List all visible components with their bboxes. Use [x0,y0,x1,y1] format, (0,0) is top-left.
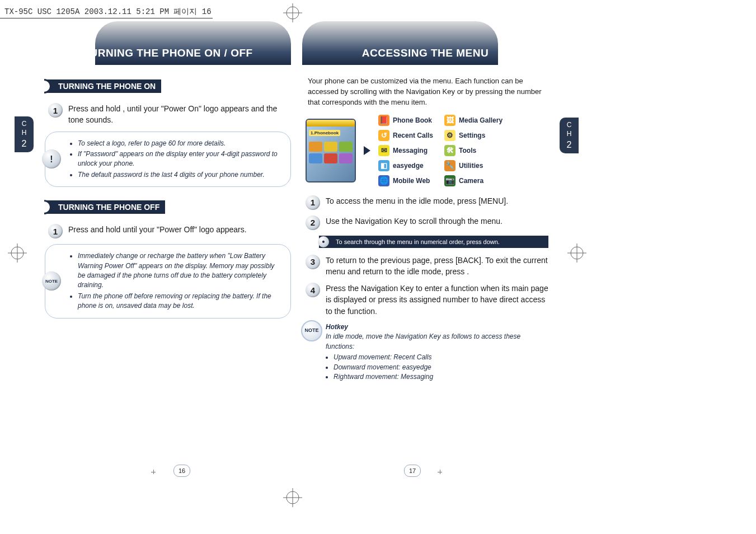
note-item: Rightward movement: Messaging [334,372,543,382]
note-item: Upward movement: Recent Calls [334,353,543,362]
menu-item-media-gallery: 🖼Media Gallery [444,115,503,126]
step-number-icon: 1 [48,103,63,118]
off-tips-list: Immediately change or recharge the batte… [70,251,281,311]
page-number-left: 16 [173,465,190,477]
step-2-text: Use the Navigation Key to scroll through… [326,216,503,227]
page-tick [151,472,156,472]
page-left: CH 2 TURNING THE PHONE ON / OFF TURNING … [39,16,297,480]
chapter-tab-right: CH 2 [560,118,579,153]
arrow-right-icon [364,146,370,155]
menu-item-phone-book: 📕Phone Book [378,115,433,126]
step-3: 3 To return to the previous page, press … [306,255,548,278]
menu-item-camera: 📷Camera [444,175,503,186]
step-2: 2 Use the Navigation Key to scroll throu… [306,216,548,230]
crop-mark-left [8,243,27,263]
menu-item-recent-calls: ↺Recent Calls [378,130,433,141]
callout-on-tips: ! To select a logo, refer to page 60 for… [45,132,291,188]
phone-book-icon: 📕 [378,115,389,126]
menu-item-mobile-web: 🌐Mobile Web [378,175,433,186]
step-on-1-text: Press and hold , until your "Power On" l… [68,103,291,126]
settings-icon: ⚙ [444,130,456,141]
messaging-icon: ✉ [378,145,389,156]
banner-title-left: TURNING THE PHONE ON / OFF [45,47,291,59]
step-off-1: 1 Press and hold until your "Power Off" … [48,224,291,238]
menu-columns: 📕Phone Book ↺Recent Calls ✉Messaging ◧ea… [378,115,503,186]
off-tip-item: Immediately change or recharge the batte… [78,251,281,291]
step-4: 4 Press the Navigation Key to enter a fu… [306,283,548,317]
note-intro: In idle mode, move the Navigation Key as… [326,332,520,350]
tools-icon: 🛠 [444,145,456,156]
step-number-icon: 1 [48,224,63,238]
easyedge-icon: ◧ [378,160,389,171]
menu-item-messaging: ✉Messaging [378,145,433,156]
menu-col-right: 🖼Media Gallery ⚙Settings 🛠Tools 🔧Utiliti… [444,115,503,186]
chapter-tab-left: CH 2 [15,116,34,152]
camera-icon: 📷 [444,175,456,186]
step-number-icon: 1 [306,195,320,210]
page-tick [438,472,442,472]
step-4-text: Press the Navigation Key to enter a func… [326,283,548,317]
phone-screen-mock: 1.Phonebook [306,119,356,182]
menu-item-easyedge: ◧easyedge [378,160,433,171]
tip-text: To search through the menu in numerical … [336,238,500,245]
chapter-number: 2 [15,138,34,150]
note-icon: NOTE [42,271,61,291]
phone-body-deco [307,138,355,165]
chapter-label: CH [15,120,34,137]
menu-col-left: 📕Phone Book ↺Recent Calls ✉Messaging ◧ea… [378,115,433,186]
page-right: CH 2 ACCESSING THE MENU Your phone can b… [297,16,554,480]
step-1: 1 To access the menu in the idle mode, p… [306,195,548,210]
on-tips-list: To select a logo, refer to page 60 for m… [70,139,281,180]
menu-item-utilities: 🔧Utilities [444,160,503,171]
banner-left: TURNING THE PHONE ON / OFF [45,21,291,65]
phone-highlighted-item: 1.Phonebook [309,130,340,136]
on-tip-item: The default password is the last 4 digit… [78,170,281,180]
media-gallery-icon: 🖼 [444,115,456,126]
note-list: Upward movement: Recent Calls Downward m… [326,353,543,382]
section-bar-turning-off: TURNING THE PHONE OFF [45,200,165,214]
intro-text: Your phone can be customized via the men… [308,76,543,108]
chapter-label: CH [560,121,579,138]
step-1-text: To access the menu in the idle mode, pre… [326,195,508,207]
utilities-icon: 🔧 [444,160,456,171]
note-icon: NOTE [301,320,322,341]
menu-overview: 1.Phonebook 📕Phone Book ↺Recent [306,115,545,186]
chapter-number: 2 [560,139,579,151]
step-number-icon: 2 [306,216,320,230]
note-item: Downward movement: easyedge [334,363,543,372]
step-3-text: To return to the previous page, press [B… [326,255,548,278]
step-number-icon: 3 [306,255,320,269]
phone-topbar [307,120,355,127]
on-tip-item: To select a logo, refer to page 60 for m… [78,139,281,148]
step-on-1: 1 Press and hold , until your "Power On"… [48,103,291,126]
note-title: Hotkey [326,323,348,331]
callout-off-tips: NOTE Immediately change or recharge the … [45,244,291,318]
bullet-icon: • [318,236,329,247]
crop-mark-bottom-center [283,488,302,507]
step-off-1-text: Press and hold until your "Power Off" lo… [68,224,247,235]
page-number-right: 17 [404,465,421,477]
on-tip-item: If "Password" appears on the display ent… [78,149,281,169]
alert-icon: ! [42,149,61,168]
section-bar-turning-on: TURNING THE PHONE ON [45,79,161,93]
hotkey-note: NOTE Hotkey In idle mode, move the Navig… [326,322,543,382]
banner-right: ACCESSING THE MENU [302,21,548,65]
menu-item-tools: 🛠Tools [444,145,503,156]
menu-item-settings: ⚙Settings [444,130,503,141]
tip-bar: • To search through the menu in numerica… [319,236,548,248]
off-tip-item: Turn the phone off before removing or re… [78,292,281,311]
mobile-web-icon: 🌐 [378,175,389,186]
banner-title-right: ACCESSING THE MENU [302,47,548,59]
step-number-icon: 4 [306,283,320,297]
recent-calls-icon: ↺ [378,130,389,141]
